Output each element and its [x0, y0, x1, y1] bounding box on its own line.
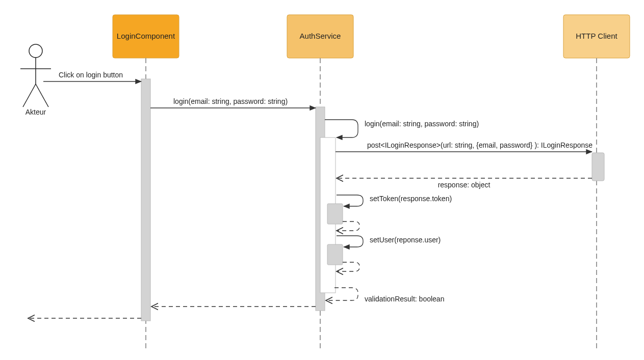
activation-http	[592, 153, 604, 181]
message-post-label: post<ILoginResponse>(url: string, {email…	[367, 141, 593, 149]
participant-login-label: LoginComponent	[117, 32, 175, 40]
message-click-login-label: Click on login button	[59, 71, 123, 79]
svg-line-4	[36, 84, 48, 107]
actor: Akteur	[20, 44, 51, 116]
message-auth-self-login: login(email: string, password: string)	[325, 120, 479, 137]
message-click-login: Click on login button	[43, 71, 141, 81]
activation-login	[141, 79, 150, 321]
message-setuser-label: setUser(reponse.user)	[370, 236, 441, 244]
message-auth-self-login-label: login(email: string, password: string)	[365, 120, 479, 128]
message-login-call: login(email: string, password: string)	[150, 97, 316, 108]
message-post: post<ILoginResponse>(url: string, {email…	[336, 141, 593, 152]
message-settoken: setToken(response.token)	[337, 195, 452, 206]
message-login-call-label: login(email: string, password: string)	[173, 97, 288, 105]
svg-point-0	[29, 44, 42, 58]
participant-http: HTTP Client	[563, 15, 630, 351]
participant-http-label: HTTP Client	[576, 32, 617, 40]
participant-auth-label: AuthService	[300, 32, 341, 40]
message-validationresult-label: validationResult: boolean	[365, 295, 444, 303]
activation-setuser	[327, 244, 343, 265]
message-response: response: object	[337, 178, 592, 189]
message-validationresult: validationResult: boolean	[326, 288, 444, 303]
activation-settoken	[327, 204, 343, 224]
message-settoken-label: setToken(response.token)	[370, 195, 452, 203]
message-setuser: setUser(reponse.user)	[337, 236, 441, 247]
message-response-label: response: object	[438, 181, 491, 189]
svg-line-3	[23, 84, 36, 107]
actor-label: Akteur	[25, 108, 46, 116]
